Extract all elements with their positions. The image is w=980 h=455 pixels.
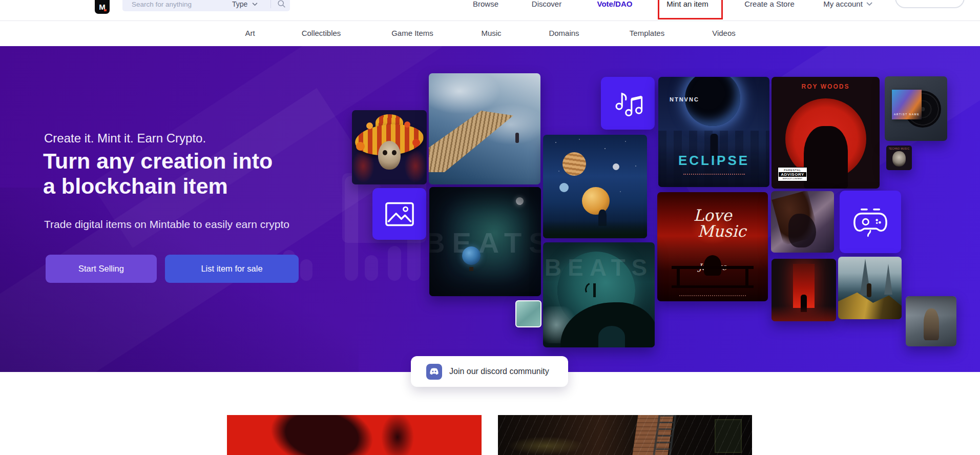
category-domains[interactable]: Domains [549,29,579,37]
tile-day-of-the-dead-art [352,110,427,184]
join-discord-button[interactable]: Join our discord community [411,356,568,387]
tile-game-landscape-art [838,257,902,319]
nav-link-vote-dao[interactable]: Vote/DAO [597,0,633,8]
category-collectibles[interactable]: Collectibles [302,29,341,37]
vinyl-artist-name: ARTIST NAME [892,113,922,116]
decor [515,133,519,143]
decor [613,163,619,170]
start-selling-button[interactable]: Start Selling [46,255,157,283]
featured-image-dark-alley[interactable] [498,415,752,455]
category-videos[interactable]: Videos [712,29,736,37]
discord-icon [426,364,442,380]
advisory-line3: EXPLICIT CONTENT [779,177,806,180]
decor [598,326,625,347]
decor [543,221,647,238]
decor [683,174,745,175]
search-input[interactable] [131,0,220,9]
hero-title-line1: Turn any creation into [43,149,273,174]
tile-archer-moon-art: BEATS [543,242,655,347]
tile-love-music-album: Love Music Janrye [657,192,768,301]
equalizer-bar [365,255,378,281]
decor [404,121,410,128]
decor [429,187,541,296]
nav-link-discover[interactable]: Discover [532,0,561,8]
chevron-down-icon [866,2,872,6]
top-navbar: M Type Browse Discover Vote/DAO Mint an … [0,0,980,21]
decor [883,264,893,295]
logo-red-dot [104,9,107,11]
hero-section: Create it. Mint it. Earn Crypto. Turn an… [0,46,980,372]
search-icon[interactable] [277,0,286,8]
decor [562,152,586,176]
search-type-label: Type [232,0,247,8]
join-discord-label: Join our discord community [449,367,549,376]
decor [366,122,373,129]
eclipse-album-title: ECLIPSE [658,153,769,169]
chevron-down-icon [252,3,258,6]
decor [772,306,836,321]
image-icon [385,201,414,228]
decor [498,415,752,455]
tile-space-balloon-art: BEATS [429,187,541,296]
decor [356,142,365,151]
nav-link-browse[interactable]: Browse [473,0,498,8]
tile-fantasy-warrior-art [771,191,834,253]
category-game-items[interactable]: Game Items [391,29,433,37]
tile-apocalypse-warrior-art [906,296,956,346]
music-notes-icon [612,89,644,118]
tile-red-door-art [772,259,836,321]
nav-link-my-account[interactable]: My account [823,0,872,8]
decor [867,283,871,297]
category-nav: Art Collectibles Game Items Music Domain… [0,21,980,46]
decor [383,150,387,155]
decor [404,149,427,183]
decor [582,187,610,215]
search-type-dropdown[interactable]: Type [232,0,258,8]
gamepad-icon [852,206,889,237]
hero-title: Turn any creation into a blockchain item [43,149,273,199]
love-title-line2: Music [676,223,768,239]
hero-kicker: Create it. Mint it. Earn Crypto. [44,131,206,146]
decor [392,150,397,155]
vinyl-cover: ARTIST NAME [892,90,922,119]
decor [892,151,906,167]
techno-label: TECHNO MUSIC [886,148,912,150]
tile-image-category [372,188,426,240]
featured-image-red-silhouette[interactable] [227,415,482,455]
list-item-for-sale-button[interactable]: List item for sale [165,255,299,283]
mintable-homepage: M Type Browse Discover Vote/DAO Mint an … [0,0,980,455]
tile-teal-thumbnail [515,300,541,327]
decor [264,415,379,455]
parental-advisory-label: PARENTAL ADVISORY EXPLICIT CONTENT [778,167,807,181]
equalizer-bar [388,246,401,281]
decor [543,135,544,136]
equalizer-bar [300,259,312,281]
tile-planet-balloons-art [543,135,647,238]
tile-eclipse-album: NTNVNC ECLIPSE [658,77,769,187]
partial-wallet-pill-button[interactable] [895,0,965,8]
decor [924,308,939,340]
tile-techno-music: TECHNO MUSIC [886,146,912,170]
decor [412,139,420,147]
decor [380,415,415,455]
tile-ocean-boardwalk-photo [429,73,540,184]
my-account-label: My account [823,0,863,8]
mintable-logo[interactable]: M [95,0,110,14]
advisory-line1: PARENTAL [779,169,806,172]
search-bar: Type [122,0,290,11]
decor [804,126,848,189]
tile-music-category [601,77,655,130]
category-templates[interactable]: Templates [630,29,664,37]
nav-link-mint-an-item[interactable]: Mint an item [666,0,708,8]
search-divider [270,0,271,8]
tile-game-items-category [840,191,901,253]
decor [559,183,569,192]
hero-title-line2: a blockchain item [43,174,273,199]
decor [378,141,401,170]
category-art[interactable]: Art [245,29,255,37]
love-title-line1: Love [657,208,768,223]
category-music[interactable]: Music [481,29,501,37]
roy-woods-artist-name: ROY WOODS [772,83,880,90]
nav-link-create-a-store[interactable]: Create a Store [744,0,795,8]
tile-vinyl-record-mockup: ARTIST NAME [885,76,947,141]
